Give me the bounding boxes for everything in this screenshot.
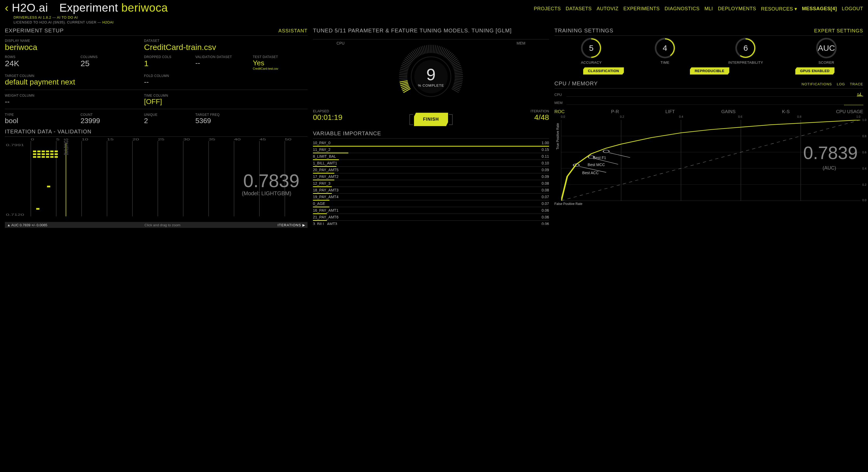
nav-datasets[interactable]: DATASETS xyxy=(566,6,592,12)
vi-row: 21_PAY_AMT60.06 xyxy=(313,214,549,221)
target-column-label: TARGET COLUMN xyxy=(5,74,141,78)
target-freq-label: TARGET FREQ xyxy=(195,113,308,116)
weight-column-value[interactable]: -- xyxy=(5,98,141,105)
vi-row: 16_PAY_AMT10.06 xyxy=(313,207,549,214)
svg-line-110 xyxy=(455,79,463,80)
brand-name[interactable]: H2O.ai xyxy=(12,2,48,13)
vi-name: 11_PAY_2 xyxy=(313,147,331,152)
svg-rect-42 xyxy=(50,156,54,158)
product-tagline: AI TO DO AI xyxy=(57,15,78,20)
mem-meter-label: MEM xyxy=(555,101,564,105)
tag-reproducible[interactable]: REPRODUCIBLE xyxy=(690,67,730,74)
expert-settings-link[interactable]: EXPERT SETTINGS xyxy=(814,28,863,34)
dataset-value[interactable]: CreditCard-train.csv xyxy=(144,43,308,51)
svg-line-111 xyxy=(455,81,463,82)
cpumem-link-trace[interactable]: Trace xyxy=(850,82,863,86)
vi-value: 0.07 xyxy=(541,195,549,199)
cols-value: 25 xyxy=(81,59,141,68)
nav-projects[interactable]: PROJECTS xyxy=(534,6,561,12)
svg-rect-39 xyxy=(37,156,40,158)
svg-rect-33 xyxy=(37,154,40,155)
nav-logout[interactable]: LOGOUT xyxy=(842,6,863,12)
svg-text:10: 10 xyxy=(82,138,88,141)
chart-tab-cpu-usage[interactable]: CPU USAGE xyxy=(836,109,863,114)
iteration-chart[interactable]: 05101520253035404550 0.7991 0.7120 BUILD… xyxy=(5,138,308,222)
roc-ylabel: True Positive Rate xyxy=(556,123,560,149)
mem-meter-row: MEM xyxy=(555,100,863,105)
nav-resources[interactable]: RESOURCES xyxy=(761,6,797,12)
nav-autoviz[interactable]: AUTOVIZ xyxy=(597,6,619,12)
tag-classification[interactable]: CLASSIFICATION xyxy=(583,67,624,74)
svg-text:20: 20 xyxy=(132,138,139,141)
nav-mli[interactable]: MLI xyxy=(705,6,713,12)
roc-score: 0.7839 xyxy=(803,142,858,163)
vi-row: 20_PAY_AMT50.09 xyxy=(313,167,549,173)
vi-value: 0.06 xyxy=(541,222,549,225)
vi-value: 0.09 xyxy=(541,168,549,172)
vi-name: 20_PAY_AMT5 xyxy=(313,168,338,172)
validation-dataset-value[interactable]: -- xyxy=(195,59,250,66)
target-column-value[interactable]: default payment next xyxy=(5,78,141,86)
cpumem-link-notifications[interactable]: Notifications xyxy=(802,82,832,86)
display-name-label: DISPLAY NAME xyxy=(5,39,141,43)
vi-value: 0.06 xyxy=(541,208,549,212)
iteration-footer-right[interactable]: ITERATIONS ▶ xyxy=(278,223,305,227)
fold-column-label: FOLD COLUMN xyxy=(144,74,308,78)
svg-line-115 xyxy=(453,86,461,89)
display-name-value[interactable]: beriwoca xyxy=(5,43,141,51)
iteration-footer-hint: Click and drag to zoom xyxy=(53,223,272,227)
test-dataset-label: TEST DATASET xyxy=(253,55,308,59)
back-chevron-icon[interactable]: ‹ xyxy=(5,2,9,13)
dial-interpretability[interactable]: 6INTERPRETABILITY xyxy=(728,38,763,65)
chart-tab-roc[interactable]: ROC xyxy=(555,109,565,114)
dropped-value[interactable]: 1 xyxy=(144,59,193,68)
unique-value: 2 xyxy=(144,117,193,124)
chart-tab-p-r[interactable]: P-R xyxy=(611,109,619,114)
count-label: COUNT xyxy=(81,113,141,116)
nav-experiments[interactable]: EXPERIMENTS xyxy=(623,6,660,12)
test-dataset-value[interactable]: Yes xyxy=(253,59,308,66)
chart-tab-gains[interactable]: GAINS xyxy=(721,109,736,114)
assistant-link[interactable]: ASSISTANT xyxy=(278,28,308,34)
time-column-value[interactable]: [OFF] xyxy=(144,98,308,105)
finish-button[interactable]: FINISH xyxy=(414,112,448,126)
svg-rect-26 xyxy=(33,151,36,152)
vi-row: 11_PAY_20.15 xyxy=(313,146,549,153)
svg-rect-29 xyxy=(46,151,49,152)
chart-tab-k-s[interactable]: K-S xyxy=(782,109,789,114)
nav-diagnostics[interactable]: DIAGNOSTICS xyxy=(664,6,700,12)
roc-chart[interactable]: 0.7839 (AUC) Best F1 Best MCC Best ACC 1… xyxy=(561,120,861,201)
progress-title: TUNED 5/11 PARAMETER & FEATURE TUNING MO… xyxy=(313,28,512,34)
svg-line-101 xyxy=(453,64,460,67)
validation-dataset-label: VALIDATION DATASET xyxy=(195,55,250,59)
dial-scorer[interactable]: AUCSCORER xyxy=(816,38,837,65)
vi-value: 0.08 xyxy=(541,188,549,192)
svg-line-90 xyxy=(442,49,446,56)
vi-row: 1_BILL_AMT10.10 xyxy=(313,160,549,167)
svg-line-81 xyxy=(430,45,430,53)
rows-value: 24K xyxy=(5,59,78,68)
nav-messages-4-[interactable]: MESSAGES[4] xyxy=(802,6,837,12)
fold-column-value[interactable]: -- xyxy=(144,78,308,85)
vi-row: 18_PAY_AMT30.08 xyxy=(313,187,549,194)
cpumem-link-log[interactable]: Log xyxy=(837,82,845,86)
svg-rect-40 xyxy=(42,156,45,158)
svg-line-74 xyxy=(417,48,421,55)
chart-tab-lift[interactable]: LIFT xyxy=(665,109,675,114)
dial-accuracy[interactable]: 5ACCURACY xyxy=(581,38,602,65)
svg-line-57 xyxy=(399,73,407,74)
cpu-meter-label: CPU xyxy=(555,93,564,97)
svg-rect-30 xyxy=(50,151,54,152)
setup-title: EXPERIMENT SETUP xyxy=(5,28,64,34)
dial-time[interactable]: 4TIME xyxy=(655,38,675,65)
nav-deployments[interactable]: DEPLOYMENTS xyxy=(718,6,756,12)
svg-rect-28 xyxy=(42,151,45,152)
svg-line-124 xyxy=(399,81,407,82)
roc-annotation-mcc: Best MCC xyxy=(588,163,605,167)
vi-row: 17_PAY_AMT20.09 xyxy=(313,173,549,180)
tag-gpus-enabled[interactable]: GPUS ENABLED xyxy=(795,67,835,74)
vi-name: 12_PAY_3 xyxy=(313,181,331,186)
vi-name: 10_PAY_0 xyxy=(313,141,331,145)
svg-rect-27 xyxy=(37,151,40,152)
svg-line-62 xyxy=(402,64,409,67)
